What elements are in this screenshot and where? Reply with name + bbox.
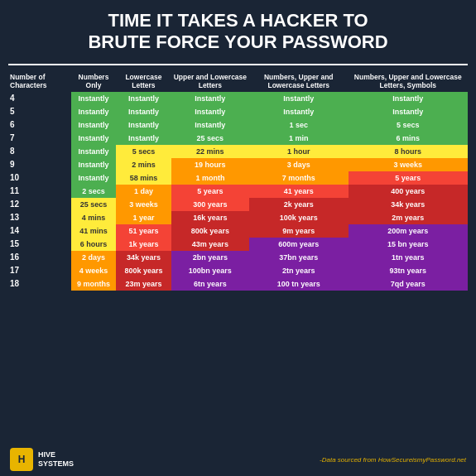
table-row: 112 secs1 day5 years41 years400 years	[8, 185, 468, 198]
header-lowercase: Lowercase Letters	[116, 70, 171, 92]
time-value: 25 secs	[71, 198, 116, 211]
main-title: TIME IT TAKES A HACKER TO BRUTE FORCE YO…	[8, 10, 468, 54]
time-value: 25 secs	[171, 132, 249, 145]
time-value: 5 secs	[349, 118, 468, 132]
header-num-mixed: Numbers, Upper and Lowercase Letters	[249, 70, 349, 92]
time-value: 6 mins	[349, 132, 468, 145]
time-value: 2tn years	[249, 264, 349, 277]
time-value: 34k years	[349, 198, 468, 211]
table-row: 7InstantlyInstantly25 secs1 min6 mins	[8, 132, 468, 145]
header-mixed: Upper and Lowercase Letters	[171, 70, 249, 92]
time-value: 41 mins	[71, 224, 116, 238]
time-value: 51 years	[116, 224, 171, 238]
time-value: 1 day	[116, 185, 171, 198]
time-value: 9m years	[249, 224, 349, 238]
time-value: 37bn years	[249, 251, 349, 264]
time-value: Instantly	[71, 92, 116, 105]
time-value: 6 hours	[71, 238, 116, 251]
time-value: 5 secs	[116, 145, 171, 158]
char-count: 7	[8, 132, 71, 145]
char-count: 13	[8, 211, 71, 224]
table-row: 189 months23m years6tn years100 tn years…	[8, 277, 468, 291]
time-value: Instantly	[71, 158, 116, 171]
header-numbers: Numbers Only	[71, 70, 116, 92]
time-value: 34k years	[116, 251, 171, 264]
time-value: 6tn years	[171, 277, 249, 291]
header-all: Numbers, Upper and Lowercase Letters, Sy…	[349, 70, 468, 92]
char-count: 5	[8, 105, 71, 118]
char-count: 4	[8, 92, 71, 105]
logo-text: HIVESYSTEMS	[38, 450, 74, 469]
char-count: 6	[8, 118, 71, 132]
time-value: 43m years	[171, 238, 249, 251]
time-value: 2k years	[249, 198, 349, 211]
time-value: Instantly	[116, 118, 171, 132]
time-value: 1 month	[171, 171, 249, 185]
time-value: Instantly	[116, 92, 171, 105]
table-row: 156 hours1k years43m years600m years15 b…	[8, 238, 468, 251]
table-row: 10Instantly58 mins1 month7 months5 years	[8, 171, 468, 185]
table-row: 6InstantlyInstantlyInstantly1 sec5 secs	[8, 118, 468, 132]
table-row: 174 weeks800k years100bn years2tn years9…	[8, 264, 468, 277]
table-row: 8Instantly5 secs22 mins1 hour8 hours	[8, 145, 468, 158]
time-value: 58 mins	[116, 171, 171, 185]
time-value: 1tn years	[349, 251, 468, 264]
table-row: 5InstantlyInstantlyInstantlyInstantlyIns…	[8, 105, 468, 118]
table-row: 134 mins1 year16k years100k years2m year…	[8, 211, 468, 224]
table-row: 1441 mins51 years800k years9m years200m …	[8, 224, 468, 238]
time-value: 400 years	[349, 185, 468, 198]
time-value: 2bn years	[171, 251, 249, 264]
char-count: 16	[8, 251, 71, 264]
time-value: 800k years	[116, 264, 171, 277]
time-value: 7qd years	[349, 277, 468, 291]
time-value: Instantly	[71, 145, 116, 158]
time-value: 1 hour	[249, 145, 349, 158]
password-table: Number of Characters Numbers Only Lowerc…	[8, 70, 468, 291]
time-value: 200m years	[349, 224, 468, 238]
time-value: Instantly	[171, 105, 249, 118]
time-value: 5 years	[171, 185, 249, 198]
char-count: 8	[8, 145, 71, 158]
time-value: 4 weeks	[71, 264, 116, 277]
source-text: -Data sourced from HowSecureismyPassword…	[320, 456, 466, 464]
time-value: 15 bn years	[349, 238, 468, 251]
time-value: 1 year	[116, 211, 171, 224]
time-value: 2 days	[71, 251, 116, 264]
time-value: Instantly	[71, 118, 116, 132]
logo-icon: H	[10, 448, 33, 471]
time-value: 3 weeks	[116, 198, 171, 211]
time-value: 2m years	[349, 211, 468, 224]
time-value: 3 weeks	[349, 158, 468, 171]
char-count: 10	[8, 171, 71, 185]
time-value: Instantly	[116, 132, 171, 145]
time-value: 93tn years	[349, 264, 468, 277]
char-count: 11	[8, 185, 71, 198]
time-value: 4 mins	[71, 211, 116, 224]
time-value: 2 secs	[71, 185, 116, 198]
time-value: Instantly	[171, 118, 249, 132]
time-value: 23m years	[116, 277, 171, 291]
time-value: Instantly	[171, 92, 249, 105]
table-row: 162 days34k years2bn years37bn years1tn …	[8, 251, 468, 264]
char-count: 15	[8, 238, 71, 251]
time-value: Instantly	[249, 105, 349, 118]
char-count: 18	[8, 277, 71, 291]
time-value: 41 years	[249, 185, 349, 198]
time-value: 300 years	[171, 198, 249, 211]
time-value: Instantly	[116, 105, 171, 118]
logo: H HIVESYSTEMS	[10, 448, 74, 471]
time-value: Instantly	[71, 171, 116, 185]
time-value: 22 mins	[171, 145, 249, 158]
char-count: 12	[8, 198, 71, 211]
time-value: 1k years	[116, 238, 171, 251]
time-value: 8 hours	[349, 145, 468, 158]
time-value: 100 tn years	[249, 277, 349, 291]
char-count: 9	[8, 158, 71, 171]
char-count: 14	[8, 224, 71, 238]
time-value: 7 months	[249, 171, 349, 185]
time-value: 5 years	[349, 171, 468, 185]
time-value: 9 months	[71, 277, 116, 291]
title-divider	[8, 64, 468, 65]
table-row: 4InstantlyInstantlyInstantlyInstantlyIns…	[8, 92, 468, 105]
time-value: 800k years	[171, 224, 249, 238]
